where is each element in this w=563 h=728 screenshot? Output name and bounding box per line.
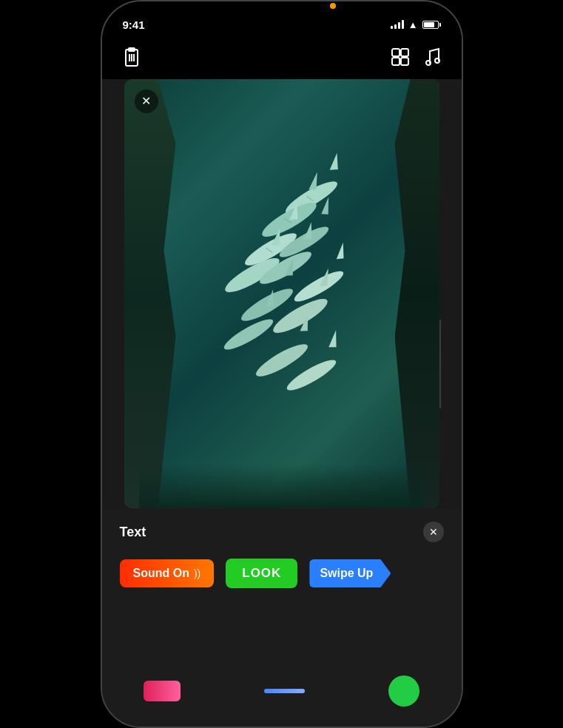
color-swatch-green[interactable] — [388, 675, 419, 707]
power-button[interactable] — [462, 149, 463, 198]
stickers-row: Sound On )) LOOK Swipe Up — [102, 551, 462, 596]
svg-rect-8 — [401, 58, 408, 65]
signal-icon — [391, 20, 404, 29]
sound-on-label: Sound On — [133, 567, 189, 580]
status-time: 9:41 — [123, 18, 145, 31]
photo-container: ✕ — [124, 79, 439, 508]
bottom-color-row — [102, 667, 462, 727]
side-indicator — [439, 320, 441, 408]
look-label: LOOK — [242, 566, 281, 580]
look-sticker[interactable]: LOOK — [226, 559, 297, 588]
layout-button[interactable] — [391, 47, 410, 70]
svg-rect-6 — [401, 49, 408, 56]
svg-point-9 — [426, 61, 431, 65]
color-swatch-blue[interactable] — [264, 689, 305, 693]
svg-rect-5 — [392, 49, 400, 56]
close-panel-icon: ✕ — [429, 526, 438, 538]
toolbar-right — [391, 47, 441, 72]
text-panel-title: Text — [120, 525, 146, 540]
phone-frame: 9:41 ▲ — [101, 0, 463, 728]
svg-rect-7 — [392, 58, 400, 65]
swipe-up-label: Swipe Up — [320, 567, 379, 580]
text-panel: Text ✕ Sound On )) LOOK Swipe Up — [102, 508, 462, 727]
music-button[interactable] — [423, 47, 441, 72]
delete-button[interactable] — [123, 47, 141, 72]
top-toolbar — [102, 38, 462, 79]
battery-icon — [422, 21, 441, 29]
close-photo-icon: ✕ — [141, 95, 151, 107]
close-photo-button[interactable]: ✕ — [135, 90, 158, 113]
fish-group — [163, 138, 400, 449]
sound-on-sticker[interactable]: Sound On )) — [120, 559, 215, 587]
status-icons: ▲ — [391, 19, 441, 30]
volume-up-button[interactable] — [101, 120, 102, 146]
notch — [226, 1, 337, 24]
volume-down-button[interactable] — [101, 153, 102, 179]
svg-point-10 — [435, 58, 439, 63]
fish-scene — [124, 79, 439, 508]
notification-dot — [330, 3, 336, 9]
swipe-up-sticker[interactable]: Swipe Up — [309, 559, 391, 587]
wifi-icon: ▲ — [408, 19, 418, 30]
text-panel-header: Text ✕ — [102, 508, 462, 551]
sound-waves-icon: )) — [194, 567, 200, 579]
close-panel-button[interactable]: ✕ — [423, 522, 444, 542]
color-swatch-red[interactable] — [144, 681, 181, 701]
rock-right — [395, 79, 439, 508]
